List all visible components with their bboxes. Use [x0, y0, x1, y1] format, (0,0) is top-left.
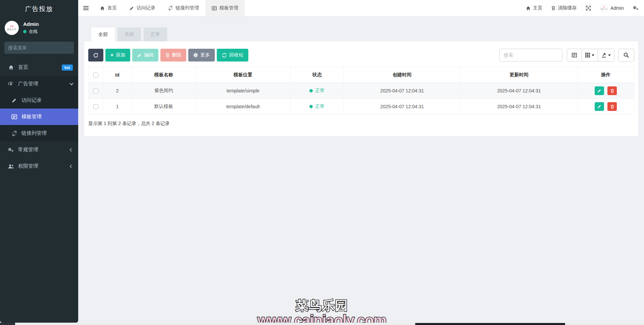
delete-row-button[interactable]	[607, 102, 617, 111]
delete-row-button[interactable]	[607, 86, 617, 95]
cell-path: template/simple	[196, 83, 290, 99]
tab-link-column-management[interactable]: 链接列管理	[162, 0, 205, 16]
cell-updated: 2025-04-07 12:04:31	[460, 99, 578, 115]
view-button-group	[567, 49, 614, 62]
cell-created: 2025-04-07 12:04:31	[344, 99, 460, 115]
chevron-left-icon	[69, 164, 73, 168]
column-header-id: Id	[103, 67, 132, 83]
column-header-status: 状态	[290, 67, 344, 83]
avatar-text: 网络乞丐	[601, 8, 607, 10]
fullscreen-icon	[586, 5, 591, 11]
home-icon	[526, 6, 531, 10]
more-button[interactable]: 更多	[188, 49, 215, 62]
filter-tab-closed[interactable]: 关闭	[117, 28, 141, 41]
edit-row-button[interactable]	[595, 86, 604, 95]
filter-tab-normal[interactable]: 正常	[144, 28, 167, 41]
avatar: 网络乞丐	[5, 21, 19, 35]
sidebar-item-link-column-management[interactable]: 链接列管理	[0, 125, 78, 141]
sidebar-item-permission-management[interactable]: 权限管理	[0, 158, 78, 174]
user-menu[interactable]: 网络乞丐 Admin	[600, 4, 624, 12]
edit-button[interactable]: 编辑	[132, 49, 158, 62]
refresh-button[interactable]	[88, 49, 103, 62]
users-icon	[8, 164, 14, 169]
filter-tab-all[interactable]: 全部	[91, 28, 115, 41]
table-header-row: Id 模板名称 模板位置 状态 创建时间 更新时间 操作	[89, 67, 634, 83]
hamburger-menu-icon[interactable]	[78, 0, 94, 16]
cell-id: 2	[103, 83, 132, 99]
refresh-icon	[93, 53, 98, 58]
tab-visit-log[interactable]: 访问记录	[123, 0, 162, 16]
user-panel: 网络乞丐 Admin 在线	[0, 18, 78, 40]
sidebar-menu: 首页 hot e 广告管理 访问记录 模板管理 链接列管理	[0, 59, 78, 174]
online-dot-icon	[23, 30, 27, 33]
table-search-input[interactable]	[499, 49, 562, 62]
export-icon	[601, 53, 606, 58]
columns-grid-icon	[585, 53, 590, 57]
templates-table: Id 模板名称 模板位置 状态 创建时间 更新时间 操作 2 紫色简约 temp…	[88, 67, 634, 115]
home-page-link[interactable]: 主页	[526, 5, 542, 11]
user-status: 在线	[23, 29, 39, 35]
chain-broken-icon	[11, 131, 17, 136]
delete-button[interactable]: 删除	[160, 49, 186, 62]
search-icon[interactable]	[69, 45, 70, 50]
chain-broken-icon	[168, 6, 173, 10]
column-header-actions: 操作	[578, 67, 634, 83]
cell-name: 默认模板	[132, 99, 196, 115]
chevron-down-icon	[69, 81, 73, 85]
list-alt-icon	[11, 114, 17, 119]
avatar-text: 网络乞丐	[7, 28, 16, 31]
export-button[interactable]	[598, 49, 614, 62]
column-header-name: 模板名称	[132, 67, 196, 83]
column-header-updated: 更新时间	[460, 67, 578, 83]
table-panel: + 添加 编辑 删除 更多 回收站	[84, 41, 638, 136]
sidebar-item-visit-log[interactable]: 访问记录	[0, 92, 78, 109]
record-summary: 显示第 1 到第 2 条记录，总共 2 条记录	[88, 121, 634, 127]
tab-template-management[interactable]: 模板管理	[205, 0, 245, 16]
caret-down-icon	[592, 54, 594, 56]
table-row: 2 紫色简约 template/simple 正常 2025-04-07 12:…	[89, 83, 634, 99]
sidebar-group-ads: e 广告管理 访问记录 模板管理 链接列管理	[0, 76, 78, 141]
trash-icon	[610, 89, 614, 93]
table-row: 1 默认模板 template/default 正常 2025-04-07 12…	[89, 99, 634, 115]
gears-icon	[8, 147, 14, 153]
recycle-bin-button[interactable]: 回收站	[217, 49, 248, 62]
app-title: 广告投放	[0, 0, 78, 18]
toolbar-right	[499, 49, 634, 62]
cell-updated: 2025-04-07 12:04:31	[460, 83, 578, 99]
status-dot-icon	[309, 105, 313, 108]
home-icon	[8, 65, 14, 70]
home-icon	[100, 6, 105, 10]
avatar: 网络乞丐	[600, 4, 608, 12]
settings-button[interactable]	[633, 5, 639, 11]
toolbar: + 添加 编辑 删除 更多 回收站	[88, 49, 634, 62]
topbar-right: 主页 清除缓存 网络乞丐 Admin	[526, 0, 644, 16]
sidebar-item-general-management[interactable]: 常规管理	[0, 141, 78, 158]
caret-down-icon	[608, 54, 611, 56]
search-icon	[624, 52, 629, 58]
sidebar-item-template-management[interactable]: 模板管理	[0, 109, 78, 125]
fullscreen-toggle[interactable]	[586, 5, 591, 11]
cell-name: 紫色简约	[132, 83, 196, 99]
trash-icon	[165, 53, 169, 57]
status-dot-icon	[309, 89, 313, 92]
pencil-icon	[11, 98, 17, 103]
sidebar-search-input[interactable]	[8, 45, 69, 50]
clear-cache-button[interactable]: 清除缓存	[551, 5, 577, 11]
columns-toggle-button[interactable]	[582, 49, 598, 62]
select-all-checkbox[interactable]	[93, 73, 98, 78]
detail-view-icon	[572, 53, 577, 57]
trash-icon	[610, 105, 614, 109]
sidebar-item-home[interactable]: 首页 hot	[0, 59, 78, 76]
gears-icon	[633, 5, 639, 11]
scrollbar-thumb[interactable]	[415, 323, 565, 325]
search-button[interactable]	[618, 49, 634, 62]
row-checkbox[interactable]	[93, 104, 98, 109]
sidebar-item-ad-management[interactable]: e 广告管理	[0, 76, 78, 92]
pencil-icon	[137, 53, 142, 57]
cell-created: 2025-04-07 12:04:31	[344, 83, 460, 99]
add-button[interactable]: + 添加	[105, 49, 130, 62]
tab-home[interactable]: 首页	[94, 0, 123, 16]
edit-row-button[interactable]	[595, 102, 604, 111]
detail-view-button[interactable]	[567, 49, 582, 62]
row-checkbox[interactable]	[93, 88, 98, 93]
